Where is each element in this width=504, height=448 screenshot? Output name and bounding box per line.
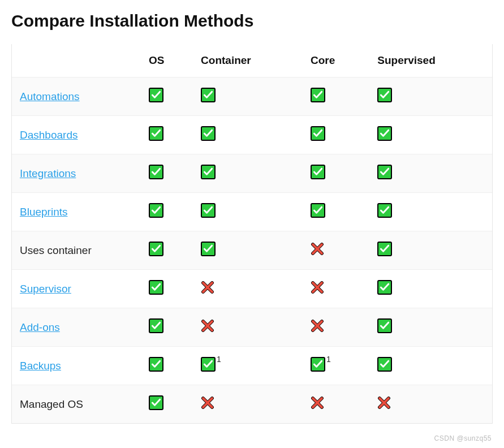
icon-wrap bbox=[311, 242, 324, 256]
value-cell bbox=[369, 154, 492, 193]
value-cell bbox=[303, 77, 369, 116]
icon-wrap bbox=[377, 165, 392, 179]
table-row: Supervisor bbox=[12, 270, 492, 308]
check-icon bbox=[377, 203, 392, 218]
check-icon bbox=[201, 357, 216, 372]
value-cell bbox=[141, 231, 193, 270]
table-row: Managed OS bbox=[12, 385, 492, 424]
feature-label: Managed OS bbox=[20, 398, 83, 410]
icon-wrap bbox=[201, 165, 216, 179]
icon-wrap bbox=[311, 165, 325, 179]
feature-link[interactable]: Automations bbox=[20, 91, 80, 102]
feature-cell: Integrations bbox=[12, 154, 141, 193]
check-icon bbox=[311, 126, 325, 141]
value-cell bbox=[193, 154, 303, 193]
icon-wrap bbox=[377, 242, 392, 256]
table-row: Integrations bbox=[12, 154, 492, 193]
cross-icon bbox=[311, 242, 324, 256]
icon-wrap bbox=[201, 242, 216, 256]
header-row: OS Container Core Supervised bbox=[12, 44, 492, 77]
icon-wrap bbox=[377, 280, 392, 295]
feature-link[interactable]: Supervisor bbox=[20, 283, 71, 295]
table-row: Uses container bbox=[12, 231, 492, 270]
icon-wrap bbox=[311, 396, 324, 410]
feature-cell: Managed OS bbox=[12, 385, 141, 424]
icon-wrap bbox=[377, 203, 392, 218]
icon-wrap bbox=[201, 319, 214, 333]
check-icon bbox=[149, 88, 163, 102]
icon-wrap bbox=[377, 88, 392, 102]
value-cell bbox=[369, 193, 492, 231]
cross-icon bbox=[201, 281, 214, 294]
cross-icon bbox=[311, 396, 324, 410]
value-cell bbox=[141, 116, 193, 154]
icon-wrap bbox=[149, 395, 163, 410]
footnote-marker: 1 bbox=[217, 355, 221, 364]
header-supervised: Supervised bbox=[369, 44, 492, 77]
value-cell bbox=[141, 193, 193, 231]
icon-wrap bbox=[377, 126, 392, 141]
icon-wrap bbox=[377, 357, 392, 372]
feature-link[interactable]: Blueprints bbox=[20, 206, 68, 218]
check-icon bbox=[311, 165, 325, 179]
check-icon bbox=[311, 88, 325, 102]
feature-cell: Supervisor bbox=[12, 270, 141, 308]
icon-wrap bbox=[149, 280, 163, 295]
feature-cell: Add-ons bbox=[12, 308, 141, 347]
icon-wrap bbox=[201, 396, 214, 410]
icon-wrap bbox=[201, 88, 216, 102]
icon-wrap bbox=[311, 126, 325, 141]
icon-wrap: 1 bbox=[201, 357, 221, 372]
value-cell: 1 bbox=[193, 347, 303, 385]
value-cell bbox=[141, 308, 193, 347]
value-cell bbox=[193, 116, 303, 154]
value-cell bbox=[193, 77, 303, 116]
icon-wrap bbox=[311, 88, 325, 102]
value-cell bbox=[141, 77, 193, 116]
value-cell bbox=[369, 347, 492, 385]
value-cell bbox=[303, 154, 369, 193]
icon-wrap bbox=[201, 203, 216, 218]
value-cell bbox=[193, 385, 303, 424]
value-cell: 1 bbox=[303, 347, 369, 385]
icon-wrap bbox=[201, 281, 214, 294]
check-icon bbox=[201, 242, 216, 256]
cross-icon bbox=[311, 319, 324, 333]
value-cell bbox=[369, 231, 492, 270]
header-os: OS bbox=[141, 44, 193, 77]
check-icon bbox=[377, 357, 392, 372]
value-cell bbox=[193, 231, 303, 270]
check-icon bbox=[377, 280, 392, 295]
page-title: Compare Installation Methods bbox=[11, 11, 493, 31]
header-empty bbox=[12, 44, 141, 77]
check-icon bbox=[311, 357, 325, 372]
icon-wrap bbox=[149, 357, 163, 372]
icon-wrap bbox=[149, 318, 163, 333]
check-icon bbox=[377, 242, 392, 256]
check-icon bbox=[149, 165, 163, 179]
check-icon bbox=[377, 126, 392, 141]
value-cell bbox=[369, 308, 492, 347]
feature-cell: Blueprints bbox=[12, 193, 141, 231]
check-icon bbox=[201, 88, 216, 102]
value-cell bbox=[369, 270, 492, 308]
feature-link[interactable]: Dashboards bbox=[20, 129, 77, 141]
footnote-marker: 1 bbox=[326, 355, 331, 364]
check-icon bbox=[377, 318, 392, 333]
check-icon bbox=[201, 165, 216, 179]
icon-wrap bbox=[149, 88, 163, 102]
feature-link[interactable]: Add-ons bbox=[20, 321, 60, 333]
value-cell bbox=[303, 308, 369, 347]
feature-label: Uses container bbox=[20, 244, 92, 256]
check-icon bbox=[149, 126, 163, 141]
feature-cell: Automations bbox=[12, 77, 141, 116]
value-cell bbox=[141, 347, 193, 385]
feature-link[interactable]: Integrations bbox=[20, 167, 76, 179]
value-cell bbox=[193, 270, 303, 308]
value-cell bbox=[303, 116, 369, 154]
feature-link[interactable]: Backups bbox=[20, 360, 61, 372]
check-icon bbox=[311, 203, 325, 218]
check-icon bbox=[377, 165, 392, 179]
value-cell bbox=[303, 231, 369, 270]
check-icon bbox=[149, 280, 163, 295]
